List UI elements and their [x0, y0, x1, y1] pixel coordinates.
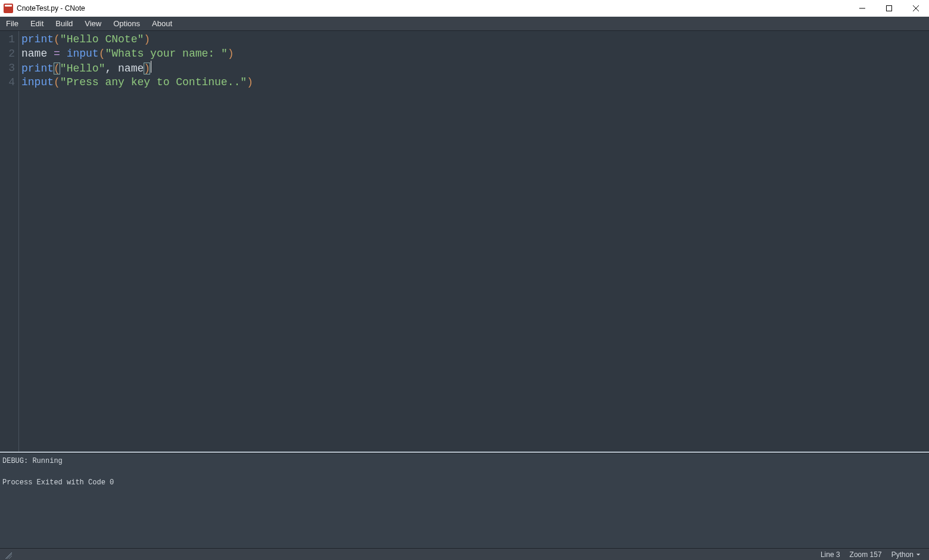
line-number: 4: [0, 75, 15, 89]
token-paren: (: [54, 76, 60, 88]
status-language-selector[interactable]: Python: [887, 550, 925, 559]
maximize-button[interactable]: [875, 0, 902, 17]
menu-view[interactable]: View: [79, 17, 107, 30]
token-str: "Hello CNote": [60, 33, 144, 45]
status-language-label: Python: [891, 550, 914, 559]
token-op: =: [54, 48, 60, 60]
menu-options[interactable]: Options: [107, 17, 146, 30]
token-fn: input: [67, 48, 99, 60]
menu-file[interactable]: File: [0, 17, 24, 30]
editor-area: 1234 print("Hello CNote")name = input("W…: [0, 31, 929, 453]
code-line[interactable]: name = input("Whats your name: "): [21, 46, 927, 61]
token-str: "Press any key to Continue..": [60, 76, 247, 88]
app-icon: [4, 4, 13, 13]
window-title: CnoteTest.py - CNote: [17, 4, 85, 13]
close-button[interactable]: [902, 0, 929, 17]
maximize-icon: [886, 5, 892, 11]
token-paren: (: [54, 63, 60, 74]
token-str: "Whats your name: ": [105, 48, 227, 60]
statusbar: Line 3 Zoom 157 Python: [0, 548, 929, 560]
svg-rect-0: [886, 6, 891, 11]
token-paren: ): [144, 63, 150, 74]
token-paren: ): [228, 48, 234, 60]
close-icon: [913, 5, 919, 11]
token-punct: ,: [105, 63, 111, 74]
resize-grip-icon: [4, 550, 12, 559]
token-name: name: [21, 48, 47, 60]
window-titlebar: CnoteTest.py - CNote: [0, 0, 929, 17]
menubar: File Edit Build View Options About: [0, 17, 929, 31]
token-str: "Hello": [60, 63, 105, 74]
code-line[interactable]: print("Hello CNote"): [21, 32, 927, 46]
line-number: 3: [0, 61, 15, 75]
code-line[interactable]: input("Press any key to Continue.."): [21, 75, 927, 89]
line-gutter: 1234: [0, 31, 19, 452]
token-paren: (: [99, 48, 105, 60]
token-fn: print: [21, 33, 54, 45]
status-line: Line 3: [816, 550, 845, 559]
text-caret: [151, 61, 151, 73]
token-name: name: [111, 63, 144, 74]
menu-build[interactable]: Build: [49, 17, 79, 30]
minimize-button[interactable]: [849, 0, 875, 17]
minimize-icon: [859, 5, 865, 11]
output-panel[interactable]: DEBUG: Running Process Exited with Code …: [0, 453, 929, 548]
token-paren: ): [144, 33, 150, 45]
token-fn: print: [21, 63, 54, 74]
token-paren: ): [247, 76, 253, 88]
chevron-down-icon: [916, 552, 921, 557]
token-name: [47, 48, 54, 60]
line-number: 1: [0, 32, 15, 46]
token-name: [60, 48, 67, 60]
menu-about[interactable]: About: [146, 17, 178, 30]
code-editor[interactable]: print("Hello CNote")name = input("Whats …: [19, 31, 929, 452]
token-fn: input: [21, 76, 54, 88]
line-number: 2: [0, 46, 15, 61]
token-paren: (: [54, 33, 60, 45]
menu-edit[interactable]: Edit: [24, 17, 49, 30]
status-zoom: Zoom 157: [845, 550, 887, 559]
code-line[interactable]: print("Hello", name): [21, 61, 927, 75]
